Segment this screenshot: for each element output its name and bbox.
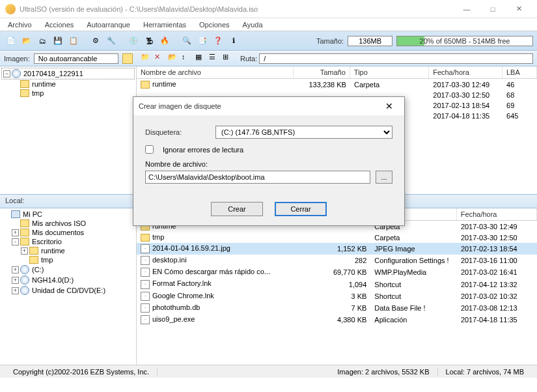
iso-tree[interactable]: −20170418_122911 runtime tmp bbox=[0, 66, 137, 194]
del-icon[interactable]: ✕ bbox=[154, 53, 166, 64]
save-icon[interactable]: 💾 bbox=[51, 34, 65, 48]
dialog-title: Crear imagen de disquete bbox=[139, 102, 379, 110]
app-icon bbox=[5, 4, 16, 14]
saveas-icon[interactable]: 📋 bbox=[66, 34, 81, 48]
help-icon[interactable]: ❓ bbox=[211, 34, 225, 48]
view2-icon[interactable]: ☰ bbox=[209, 53, 221, 64]
newfolder-icon[interactable]: 📂 bbox=[168, 53, 180, 64]
col-name[interactable]: Nombre de archivo bbox=[137, 66, 294, 78]
tree-node[interactable]: tmp bbox=[1, 89, 135, 98]
list-item[interactable]: ·Format Factory.lnk1,094Shortcut2017-04-… bbox=[137, 278, 537, 290]
dialog-titlebar: Crear imagen de disquete ✕ bbox=[133, 97, 404, 115]
tree-node[interactable]: Mis archivos ISO bbox=[1, 219, 135, 228]
open-icon[interactable]: 📂 bbox=[20, 34, 34, 48]
image-bar: Imagen: No autoarrancable 📁 ✕ 📂 ↕ ▦ ☰ ⊞ … bbox=[0, 51, 537, 66]
bootable-select[interactable]: No autoarrancable bbox=[34, 53, 118, 64]
col-lba[interactable]: LBA bbox=[503, 66, 537, 78]
tree-node[interactable]: +NGH14.0(D:) bbox=[1, 275, 135, 285]
create-floppy-dialog: Crear imagen de disquete ✕ Disquetera: (… bbox=[133, 96, 405, 226]
list-item[interactable]: ·uiso9_pe.exe4,380 KBAplicación2017-04-1… bbox=[137, 314, 537, 326]
minimize-button[interactable]: — bbox=[454, 0, 480, 18]
drive-select[interactable]: (C:) (147.76 GB,NTFS) bbox=[215, 126, 392, 139]
drive-label: Disquetera: bbox=[145, 128, 210, 136]
burn-icon[interactable]: 🔥 bbox=[158, 34, 172, 48]
filename-input[interactable] bbox=[145, 171, 370, 184]
size-value: 136MB bbox=[348, 36, 392, 46]
tree-root[interactable]: −20170418_122911 bbox=[1, 68, 135, 79]
image-label: Imagen: bbox=[4, 55, 30, 63]
tool2-icon[interactable]: 🔧 bbox=[104, 34, 118, 48]
list-item[interactable]: ·desktop.ini282Configuration Settings !2… bbox=[137, 255, 537, 266]
list-item[interactable]: runtime133,238 KBCarpeta2017-03-30 12:49… bbox=[137, 79, 537, 90]
compress-icon[interactable]: 🗜 bbox=[142, 34, 156, 48]
props-icon[interactable]: 📑 bbox=[195, 34, 210, 48]
tree-node[interactable]: runtime bbox=[1, 79, 135, 89]
col-type[interactable]: Tipo bbox=[350, 66, 429, 78]
maximize-button[interactable]: □ bbox=[480, 0, 506, 18]
tree-node[interactable]: +runtime bbox=[1, 246, 135, 255]
status-copyright: Copyright (c)2002-2016 EZB Systems, Inc. bbox=[5, 368, 158, 376]
find-icon[interactable]: 🔍 bbox=[180, 34, 194, 48]
menubar: ArchivoAccionesAutoarranqueHerramientasO… bbox=[0, 18, 537, 31]
tree-node[interactable]: tmp bbox=[1, 255, 135, 264]
main-toolbar: 📄 📂 🗂 💾 📋 ⚙ 🔧 💿 🗜 🔥 🔍 📑 ❓ ℹ Tamaño: 136M… bbox=[0, 31, 537, 51]
tree-node[interactable]: +Unidad de CD/DVD(E:) bbox=[1, 285, 135, 296]
statusbar: Copyright (c)2002-2016 EZB Systems, Inc.… bbox=[0, 365, 537, 378]
titlebar: UltraISO (versión de evaluación) - C:\Us… bbox=[0, 0, 537, 18]
menu-herramientas[interactable]: Herramientas bbox=[138, 20, 191, 30]
sort-icon[interactable]: ↕ bbox=[182, 53, 193, 64]
tree-node[interactable]: -Escritorio bbox=[1, 237, 135, 246]
local-tree[interactable]: Mi PCMis archivos ISO+Mis documentos-Esc… bbox=[0, 208, 137, 365]
path-value: / bbox=[259, 53, 533, 64]
list-item[interactable]: ·photothumb.db7 KBData Base File !2017-0… bbox=[137, 302, 537, 314]
menu-acciones[interactable]: Acciones bbox=[40, 20, 79, 30]
ignore-errors-checkbox[interactable] bbox=[145, 145, 154, 154]
capacity-bar: 20% of 650MB - 514MB free bbox=[396, 36, 533, 46]
tree-node[interactable]: +Mis documentos bbox=[1, 228, 135, 237]
dialog-close-icon[interactable]: ✕ bbox=[379, 101, 399, 111]
tool1-icon[interactable]: ⚙ bbox=[89, 34, 103, 48]
size-bar: Tamaño: 136MB 20% of 650MB - 514MB free bbox=[316, 36, 533, 46]
menu-autoarranque[interactable]: Autoarranque bbox=[81, 20, 135, 30]
filename-label: Nombre de archivo: bbox=[145, 160, 208, 168]
about-icon[interactable]: ℹ bbox=[227, 34, 241, 48]
tree-node[interactable]: Mi PC bbox=[1, 210, 135, 219]
tree-node[interactable]: +(C:) bbox=[1, 264, 135, 275]
list-item[interactable]: ·EN Cómo descargar más rápido co...69,77… bbox=[137, 266, 537, 278]
path-label: Ruta: bbox=[240, 55, 257, 63]
mount-icon[interactable]: 💿 bbox=[126, 34, 141, 48]
up-icon[interactable]: 📁 bbox=[141, 53, 152, 64]
browse-button[interactable]: ... bbox=[376, 171, 392, 184]
size-label: Tamaño: bbox=[316, 37, 344, 45]
explorer-icon[interactable]: 🗂 bbox=[35, 34, 49, 48]
new-icon[interactable]: 📄 bbox=[4, 34, 18, 48]
list-item[interactable]: tmpCarpeta2017-03-30 12:50 bbox=[137, 232, 537, 243]
menu-ayuda[interactable]: Ayuda bbox=[238, 20, 268, 30]
ignore-errors-label: Ignorar errores de lectura bbox=[163, 146, 243, 154]
edit-boot-icon[interactable] bbox=[122, 53, 133, 64]
close-button[interactable]: ✕ bbox=[506, 0, 532, 18]
list-item[interactable]: ·2014-01-04 16.59.21.jpg1,152 KBJPEG Ima… bbox=[137, 243, 537, 255]
menu-opciones[interactable]: Opciones bbox=[194, 20, 234, 30]
col-size[interactable]: Tamaño bbox=[294, 66, 350, 78]
create-button[interactable]: Crear bbox=[211, 202, 263, 216]
capacity-text: 20% of 650MB - 514MB free bbox=[397, 36, 532, 46]
iso-list-header[interactable]: Nombre de archivo Tamaño Tipo Fecha/hora… bbox=[137, 66, 537, 79]
col-date[interactable]: Fecha/hora bbox=[457, 208, 537, 220]
view3-icon[interactable]: ⊞ bbox=[223, 53, 234, 64]
list-item[interactable]: ·Google Chrome.lnk3 KBShortcut2017-03-02… bbox=[137, 290, 537, 302]
window-title: UltraISO (versión de evaluación) - C:\Us… bbox=[20, 5, 454, 13]
col-date[interactable]: Fecha/hora bbox=[429, 66, 503, 78]
menu-archivo[interactable]: Archivo bbox=[3, 20, 37, 30]
status-image: Imagen: 2 archivos, 5532 KB bbox=[329, 368, 437, 376]
close-dialog-button[interactable]: Cerrar bbox=[275, 202, 327, 216]
local-file-list[interactable]: Nombre de archivo Tamaño Tipo Fecha/hora… bbox=[137, 208, 537, 365]
status-local: Local: 7 archivos, 74 MB bbox=[438, 368, 532, 376]
view1-icon[interactable]: ▦ bbox=[195, 53, 207, 64]
